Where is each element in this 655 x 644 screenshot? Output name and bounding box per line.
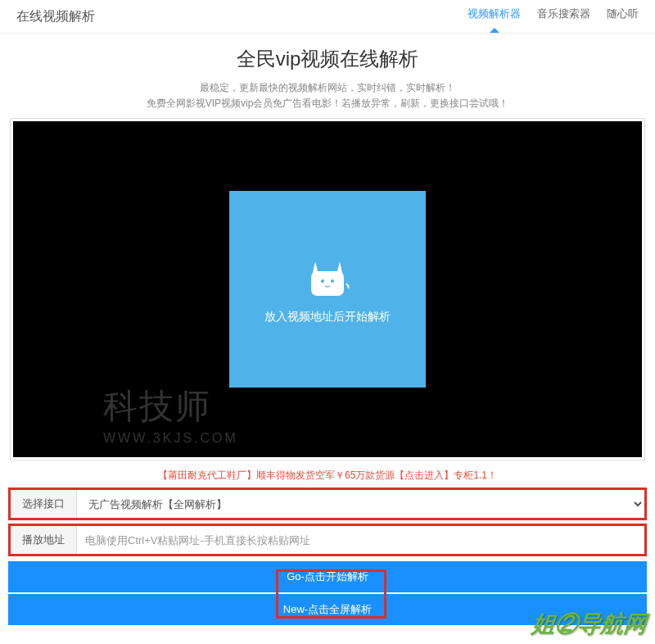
button-row: Go-点击开始解析 — [8, 561, 647, 592]
svg-point-0 — [321, 279, 324, 283]
player-prompt: 放入视频地址后开始解析 — [264, 310, 391, 324]
cat-icon — [303, 255, 352, 300]
interface-select[interactable]: 无广告视频解析【全网解析】 — [77, 490, 644, 518]
address-input[interactable] — [77, 526, 644, 554]
interface-label: 选择接口 — [11, 490, 77, 518]
player-placeholder: 放入视频地址后开始解析 — [229, 191, 426, 388]
nav-video-parser[interactable]: 视频解析器 — [468, 7, 521, 26]
page-title: 全民vip视频在线解析 — [0, 46, 655, 72]
svg-point-1 — [331, 279, 334, 283]
nav-listen[interactable]: 随心听 — [607, 7, 639, 26]
subtitle: 最稳定，更新最快的视频解析网站，实时纠错，实时解析！ 免费全网影视VIP视频vi… — [0, 80, 655, 111]
video-player[interactable]: 放入视频地址后开始解析 科技师 WWW.3KJS.COM — [13, 121, 642, 457]
header: 在线视频解析 视频解析器 音乐搜索器 随心听 — [0, 0, 655, 34]
address-label: 播放地址 — [11, 526, 77, 554]
ad-banner[interactable]: 【莆田耐克代工鞋厂】顺丰得物发货空军￥65万款货源【点击进入】专柜1.1！ — [0, 469, 655, 483]
watermark: 科技师 WWW.3KJS.COM — [103, 383, 238, 446]
address-row: 播放地址 — [8, 524, 647, 556]
go-button[interactable]: Go-点击开始解析 — [8, 561, 647, 592]
footer-watermark: 姐②导航网 — [531, 609, 648, 640]
watermark-sub: WWW.3KJS.COM — [103, 431, 238, 446]
subtitle-line2: 免费全网影视VIP视频vip会员免广告看电影！若播放异常，刷新，更换接口尝试哦！ — [0, 96, 655, 111]
nav-music-search[interactable]: 音乐搜索器 — [537, 7, 590, 26]
watermark-main: 科技师 — [103, 383, 238, 429]
video-container: 放入视频地址后开始解析 科技师 WWW.3KJS.COM — [10, 118, 645, 460]
site-title: 在线视频解析 — [16, 8, 95, 25]
subtitle-line1: 最稳定，更新最快的视频解析网站，实时纠错，实时解析！ — [0, 80, 655, 96]
nav: 视频解析器 音乐搜索器 随心听 — [468, 7, 639, 26]
interface-row: 选择接口 无广告视频解析【全网解析】 — [8, 488, 647, 520]
